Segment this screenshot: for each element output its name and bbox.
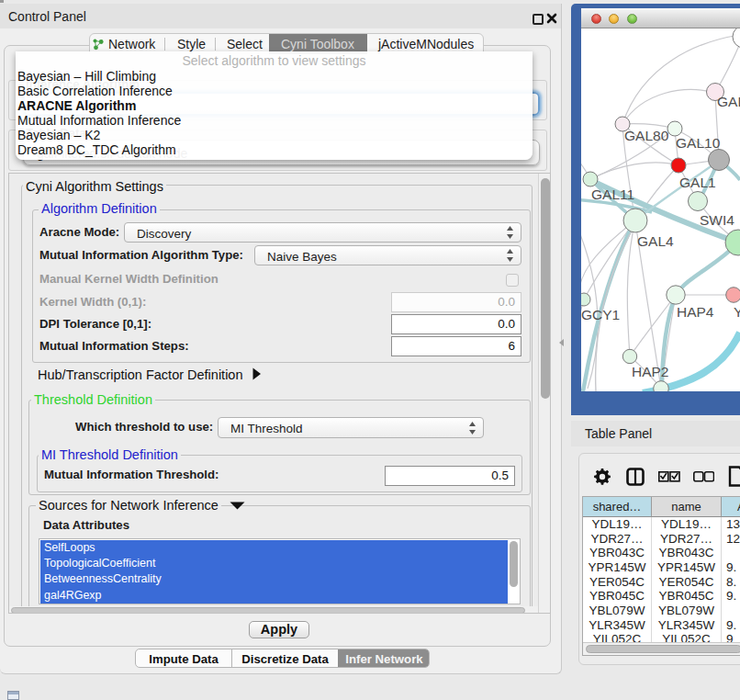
svg-text:GCY1: GCY1 [581, 307, 620, 322]
svg-text:GAL4: GAL4 [637, 233, 674, 249]
svg-text:YM: YM [734, 304, 740, 320]
svg-text:HAP4: HAP4 [677, 304, 714, 320]
svg-text:GAL10: GAL10 [676, 135, 721, 151]
svg-text:GAL1: GAL1 [679, 175, 716, 190]
svg-text:HAP2: HAP2 [632, 364, 669, 379]
svg-text:GAL7: GAL7 [717, 94, 740, 109]
svg-text:GAL11: GAL11 [591, 186, 634, 202]
svg-text:GAL80: GAL80 [624, 128, 669, 143]
svg-text:SWI4: SWI4 [700, 212, 734, 228]
